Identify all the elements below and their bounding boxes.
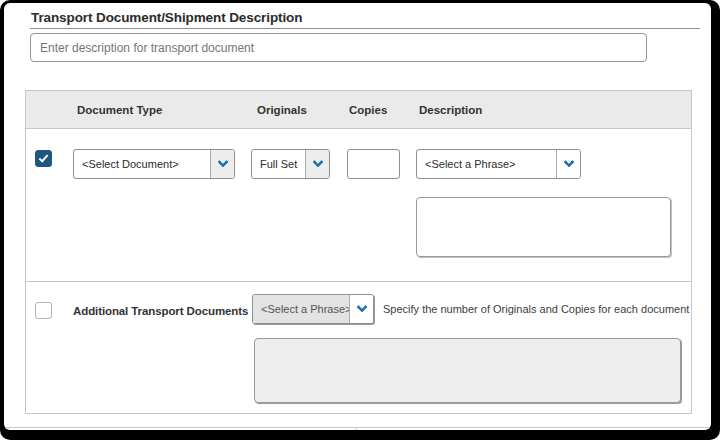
additional-documents-note: Specify the number of Originals and Copi… [383, 303, 689, 315]
document-type-selected-value: <Select Document> [74, 150, 210, 178]
documents-table: Document Type Originals Copies Descripti… [25, 90, 692, 414]
originals-select[interactable]: Full Set [251, 149, 330, 179]
column-header-originals: Originals [257, 91, 307, 129]
chevron-down-icon [556, 150, 580, 178]
column-header-document-type: Document Type [77, 91, 162, 129]
description-phrase-select[interactable]: <Select a Phrase> [416, 149, 581, 179]
chevron-down-icon [349, 295, 373, 323]
transport-description-input[interactable] [30, 33, 647, 62]
chevron-down-icon [305, 150, 329, 178]
description-textarea[interactable] [416, 197, 671, 257]
additional-documents-checkbox[interactable] [35, 302, 52, 319]
column-header-copies: Copies [349, 91, 387, 129]
additional-documents-textarea [254, 338, 681, 403]
form-page: Transport Document/Shipment Description … [4, 3, 711, 430]
originals-selected-value: Full Set [252, 150, 305, 178]
chevron-down-icon [210, 150, 234, 178]
column-header-description: Description [419, 91, 482, 129]
check-icon [39, 152, 49, 162]
title-divider [30, 28, 700, 29]
description-phrase-selected-value: <Select a Phrase> [417, 150, 556, 178]
additional-phrase-selected-value: <Select a Phrase> [253, 295, 349, 323]
page-title: Transport Document/Shipment Description [31, 10, 302, 25]
document-type-select[interactable]: <Select Document> [73, 149, 235, 179]
document-row-checkbox[interactable] [35, 150, 52, 167]
next-section-divider [4, 427, 711, 428]
row-divider [26, 281, 691, 282]
copies-input[interactable] [347, 149, 400, 179]
screenshot-frame: Transport Document/Shipment Description … [0, 0, 720, 440]
next-section-column-divider [356, 427, 357, 430]
additional-phrase-select[interactable]: <Select a Phrase> [252, 294, 374, 324]
table-header-row: Document Type Originals Copies Descripti… [26, 91, 691, 129]
additional-documents-label: Additional Transport Documents [73, 305, 248, 317]
